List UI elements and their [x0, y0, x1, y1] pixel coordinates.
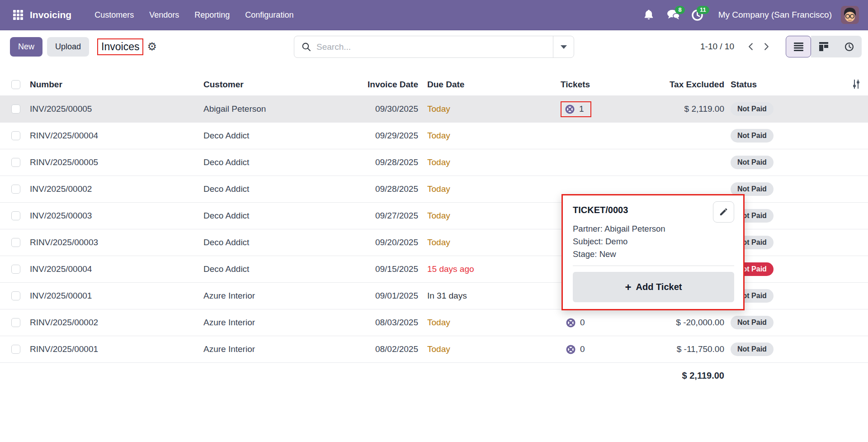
row-checkbox[interactable]: [11, 131, 20, 140]
invoice-row[interactable]: RINV/2025/00001 Azure Interior 08/02/202…: [0, 336, 868, 363]
apps-grid-icon[interactable]: [9, 6, 27, 24]
invoice-date: 08/02/2025: [362, 344, 423, 354]
header-tickets[interactable]: Tickets: [556, 80, 662, 90]
header-invoice-date[interactable]: Invoice Date: [362, 80, 423, 90]
invoice-row[interactable]: INV/2025/00005 Abigail Peterson 09/30/20…: [0, 96, 868, 123]
messages-count-badge: 8: [675, 6, 684, 14]
user-avatar[interactable]: [841, 6, 859, 24]
invoice-amount: $ -20,000.00: [662, 318, 729, 328]
ticket-stage: Stage: New: [573, 248, 734, 261]
avatar-image: [841, 6, 859, 24]
activities-count-badge: 11: [697, 6, 709, 14]
invoice-number: RINV/2025/00002: [25, 318, 199, 328]
ticket-count-badge[interactable]: 1: [561, 101, 591, 117]
invoice-date: 09/15/2025: [362, 264, 423, 274]
menu-configuration[interactable]: Configuration: [239, 6, 299, 24]
optional-columns-button[interactable]: [852, 79, 861, 90]
notifications-bell-button[interactable]: [639, 5, 659, 25]
add-ticket-button[interactable]: + Add Ticket: [573, 272, 734, 302]
upload-button[interactable]: Upload: [47, 37, 89, 57]
invoice-due-date: Today: [423, 318, 556, 328]
invoice-due-date: Today: [423, 131, 556, 141]
chevron-down-icon: [561, 45, 567, 49]
header-customer[interactable]: Customer: [199, 80, 362, 90]
apps-grid-glyph: [13, 10, 23, 20]
header-status[interactable]: Status: [729, 80, 868, 90]
kanban-view-button[interactable]: [811, 36, 836, 57]
invoice-customer: Azure Interior: [199, 318, 362, 328]
invoice-amount: $ -11,750.00: [662, 344, 729, 354]
status-badge: Not Paid: [731, 102, 774, 116]
search-input[interactable]: [316, 42, 553, 52]
list-view-button[interactable]: [786, 36, 811, 57]
ticket-count: 1: [579, 104, 584, 114]
invoice-customer: Deco Addict: [199, 211, 362, 221]
messages-button[interactable]: 8: [663, 5, 683, 25]
invoice-number: INV/2025/00005: [25, 104, 199, 114]
ticket-count: 0: [580, 344, 585, 354]
menu-customers[interactable]: Customers: [89, 6, 140, 24]
activity-view-button[interactable]: [836, 36, 862, 57]
row-checkbox[interactable]: [11, 158, 20, 167]
breadcrumb[interactable]: Invoices: [101, 41, 139, 52]
row-checkbox[interactable]: [11, 265, 20, 274]
popup-divider: [573, 266, 734, 266]
invoice-due-date: 15 days ago: [423, 264, 556, 274]
row-checkbox[interactable]: [11, 291, 20, 300]
invoice-date: 09/29/2025: [362, 131, 423, 141]
invoice-row[interactable]: RINV/2025/00002 Azure Interior 08/03/202…: [0, 309, 868, 336]
pager-next-button[interactable]: [759, 39, 774, 54]
ticket-partner: Partner: Abigail Peterson: [573, 223, 734, 235]
menu-vendors[interactable]: Vendors: [143, 6, 185, 24]
status-badge: Not Paid: [731, 156, 774, 169]
plus-icon: +: [625, 282, 632, 293]
row-checkbox[interactable]: [11, 105, 20, 114]
invoice-row[interactable]: RINV/2025/00005 Deco Addict 09/28/2025 T…: [0, 149, 868, 176]
view-switcher: [786, 36, 862, 57]
breadcrumb-annotation-box: Invoices: [97, 38, 143, 55]
total-tax-excluded: $ 2,119.00: [662, 371, 729, 381]
invoice-row[interactable]: RINV/2025/00004 Deco Addict 09/29/2025 T…: [0, 123, 868, 149]
bell-icon: [643, 9, 654, 21]
row-checkbox[interactable]: [11, 238, 20, 247]
search-dropdown-toggle[interactable]: [553, 36, 574, 57]
invoice-number: INV/2025/00004: [25, 264, 199, 274]
ticket-lifering-icon: [566, 318, 576, 328]
ticket-lifering-icon: [566, 344, 576, 355]
sliders-icon: [852, 79, 861, 89]
app-title[interactable]: Invoicing: [30, 10, 71, 20]
invoice-customer: Azure Interior: [199, 291, 362, 301]
ticket-count-badge[interactable]: 0: [561, 315, 590, 331]
gear-icon[interactable]: ⚙: [147, 41, 157, 52]
invoice-list: Number Customer Invoice Date Due Date Ti…: [0, 73, 868, 388]
status-badge: Not Paid: [731, 129, 774, 143]
invoice-number: RINV/2025/00004: [25, 131, 199, 141]
invoice-number: RINV/2025/00001: [25, 344, 199, 354]
header-due-date[interactable]: Due Date: [423, 80, 556, 90]
row-checkbox[interactable]: [11, 185, 20, 194]
top-navbar: Invoicing CustomersVendorsReportingConfi…: [0, 0, 868, 30]
invoice-due-date: Today: [423, 344, 556, 354]
row-checkbox[interactable]: [11, 318, 20, 327]
header-number[interactable]: Number: [25, 80, 199, 90]
row-checkbox[interactable]: [11, 345, 20, 354]
ticket-count-badge[interactable]: 0: [561, 342, 590, 357]
invoice-customer: Deco Addict: [199, 157, 362, 167]
new-button[interactable]: New: [10, 37, 42, 57]
invoice-due-date: Today: [423, 238, 556, 247]
activities-button[interactable]: 11: [688, 5, 708, 25]
invoice-amount: $ 2,119.00: [662, 104, 729, 114]
company-switcher[interactable]: My Company (San Francisco): [718, 10, 832, 20]
edit-ticket-button[interactable]: [713, 201, 734, 223]
header-tax-excluded[interactable]: Tax Excluded: [662, 80, 729, 90]
pager-previous-button[interactable]: [743, 39, 759, 54]
invoice-customer: Deco Addict: [199, 131, 362, 141]
add-ticket-label: Add Ticket: [636, 282, 682, 292]
invoice-date: 09/01/2025: [362, 291, 423, 301]
row-checkbox[interactable]: [11, 211, 20, 220]
invoice-number: RINV/2025/00005: [25, 157, 199, 167]
ticket-subject: Subject: Demo: [573, 235, 734, 248]
invoice-number: RINV/2025/00003: [25, 238, 199, 247]
select-all-checkbox[interactable]: [11, 80, 20, 89]
menu-reporting[interactable]: Reporting: [189, 6, 236, 24]
